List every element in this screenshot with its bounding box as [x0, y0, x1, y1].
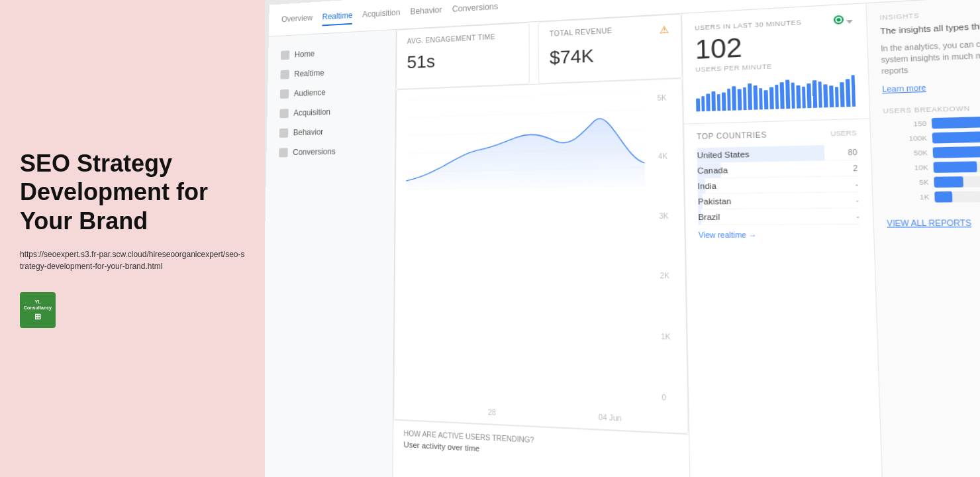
mini-bar-item [727, 89, 731, 111]
realtime-icon [280, 70, 289, 79]
stat-card-revenue: Total revenue ⚠ $74K [538, 14, 682, 84]
tab-acquisition[interactable]: Acquisition [362, 4, 401, 23]
mini-bar-item [775, 85, 779, 109]
x-label-28: 28 [488, 408, 496, 417]
tab-overview[interactable]: Overview [281, 9, 313, 28]
warning-icon: ⚠ [660, 24, 669, 36]
hbar-track [934, 175, 980, 188]
countries-title: TOP COUNTRIES [697, 131, 767, 140]
view-all-reports-link[interactable]: VIEW ALL REPORTS [887, 219, 971, 228]
audience-icon [280, 89, 289, 99]
mini-bar-item [797, 85, 801, 109]
mini-bar-item [711, 91, 715, 111]
country-value: 2 [853, 164, 858, 172]
right-panel: Overview Realtime Acquisition Behavior C… [265, 0, 980, 477]
tab-behavior[interactable]: Behavior [410, 1, 442, 21]
mini-bar-item [707, 93, 710, 111]
tab-conversions[interactable]: Conversions [452, 0, 498, 19]
mini-bar-item [840, 82, 845, 107]
country-name: Brazil [698, 213, 720, 222]
realtime-label-text: USERS IN LAST 30 MINUTES [695, 19, 802, 31]
chart-x-labels: 28 04 Jun [415, 405, 648, 423]
page-title: SEO Strategy Development for Your Brand [20, 149, 245, 235]
mini-bar-item [722, 92, 726, 111]
hbar-row: 10K [885, 160, 980, 174]
logo-symbol: ⊞ [34, 312, 41, 323]
country-value: - [856, 196, 859, 205]
country-row: Brazil- [698, 209, 859, 225]
engagement-label: Avg. engagement time [407, 32, 518, 45]
hbar-row: 50K [884, 144, 980, 159]
country-name: United States [697, 150, 750, 160]
mini-bar-chart [696, 74, 856, 113]
y-label-1k: 1K [661, 332, 671, 341]
mini-bar-item [818, 81, 822, 108]
countries-col-label: USERS [830, 129, 857, 136]
hbar-row: 5K [885, 175, 980, 189]
acquisition-icon [279, 109, 288, 118]
hbar-label: 5K [885, 179, 929, 187]
page-url: https://seoexpert.s3.fr-par.scw.cloud/hi… [20, 248, 245, 272]
engagement-value: 51s [407, 47, 518, 74]
y-label-2k: 2K [660, 272, 670, 280]
country-name: Pakistan [698, 197, 732, 206]
hbar-track [932, 129, 980, 144]
svg-line-1 [407, 110, 644, 118]
hbar-track [934, 190, 980, 203]
countries-section: TOP COUNTRIES USERS United States80Canad… [684, 119, 883, 477]
analytics-far-right-panel: Insights The insights all types this use… [865, 0, 980, 477]
country-value: - [856, 212, 859, 221]
hbar-label: 150 [883, 120, 927, 129]
country-value: 80 [848, 148, 858, 156]
sidebar-item-conversions[interactable]: Conversions [266, 140, 395, 163]
sidebar-label-audience: Audience [294, 87, 326, 98]
realtime-card: USERS IN LAST 30 MINUTES 102 USERS PER M… [682, 3, 869, 124]
chart-y-axis: 5K 4K 3K 2K 1K 0 [658, 94, 672, 402]
analytics-right-panel: USERS IN LAST 30 MINUTES 102 USERS PER M… [681, 3, 883, 477]
y-label-5k: 5K [658, 94, 667, 102]
stat-card-engagement: Avg. engagement time 51s [396, 23, 530, 90]
mini-bar-item [748, 83, 753, 110]
insight-link[interactable]: Learn more [882, 84, 926, 94]
mini-bar-item [732, 86, 736, 111]
hbar-label: 100K [884, 134, 928, 143]
tab-realtime[interactable]: Realtime [322, 7, 352, 26]
mini-bar-item [791, 83, 795, 109]
hbar-row: 1K [886, 190, 980, 203]
topbar-tabs: Overview Realtime Acquisition Behavior C… [281, 0, 498, 28]
hbar-label: 50K [884, 149, 928, 158]
line-chart-svg [406, 91, 645, 189]
revenue-value: $74K [550, 41, 670, 68]
svg-line-0 [407, 91, 644, 99]
hbar-fill [934, 191, 952, 203]
hbar-label: 1K [886, 193, 930, 201]
insight-desc: In the analytics, you can check this cus… [881, 34, 980, 78]
analytics-screen: Overview Realtime Acquisition Behavior C… [265, 0, 980, 477]
revenue-label: Total revenue [550, 26, 612, 38]
hbar-chart-section: USERS BREAKDOWN 150100K50K10K5K1K [883, 101, 980, 203]
realtime-user-count: 102 [695, 29, 854, 63]
mini-bar-item [754, 85, 758, 110]
hbar-fill [934, 177, 963, 188]
mini-bar-item [701, 96, 705, 111]
behavior-icon [279, 129, 289, 138]
mini-bar-item [759, 88, 763, 109]
hbar-row: 100K [884, 129, 980, 144]
bottom-card-trending: HOW ARE ACTIVE USERS TRENDING? User acti… [403, 429, 678, 477]
view-realtime-label: View realtime → [699, 231, 757, 239]
view-realtime-link[interactable]: View realtime → [699, 231, 860, 239]
left-panel: SEO Strategy Development for Your Brand … [0, 0, 265, 477]
hbar-chart-label: USERS BREAKDOWN [883, 101, 980, 115]
engagement-change [407, 76, 518, 80]
mini-bar-item [743, 87, 747, 110]
hbar-fill [933, 162, 977, 174]
conversions-icon [279, 148, 288, 157]
realtime-controls[interactable] [834, 15, 853, 26]
country-row: Canada2 [697, 160, 858, 179]
countries-list: United States80Canada2India-Pakistan-Bra… [697, 144, 859, 225]
mini-bar-item [829, 85, 834, 107]
analytics-main: Home Realtime Audience Acquisition [265, 0, 980, 477]
mini-bar-item [780, 82, 785, 109]
hbar-track [932, 114, 980, 129]
insights-section: Insights The insights all types this use… [879, 3, 980, 95]
